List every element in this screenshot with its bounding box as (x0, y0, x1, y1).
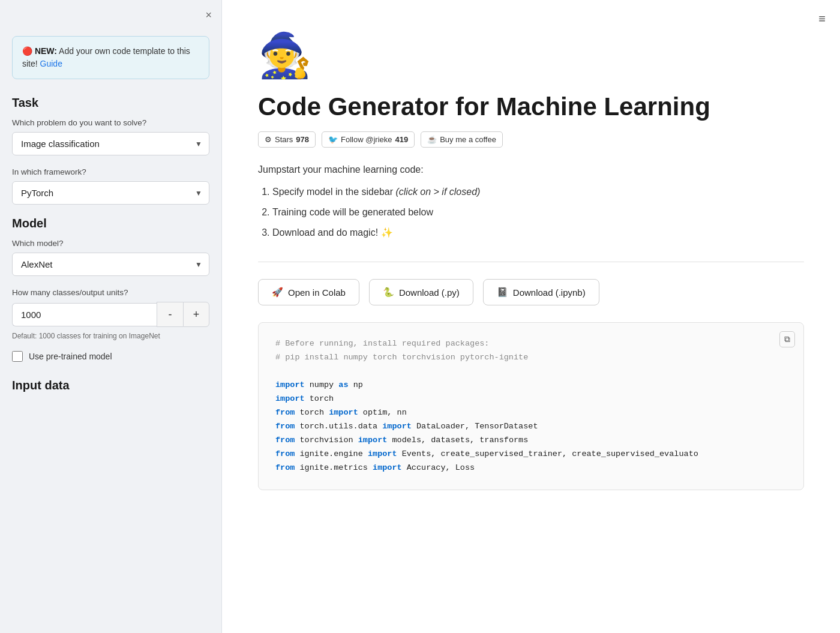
download-ipynb-label: Download (.ipynb) (513, 287, 586, 298)
step-2: Training code will be generated below (272, 205, 804, 220)
new-label: NEW: (35, 46, 57, 56)
divider (258, 262, 804, 262)
copy-button[interactable]: ⧉ (779, 331, 795, 347)
task-section: Task Which problem do you want to solve?… (12, 96, 209, 205)
close-button[interactable]: × (205, 10, 212, 20)
input-data-title: Input data (12, 379, 209, 392)
increment-button[interactable]: + (183, 302, 209, 327)
framework-select[interactable]: PyTorch TensorFlow Keras JAX (12, 181, 209, 205)
coffee-label: Buy me a coffee (440, 135, 496, 144)
problem-select[interactable]: Image classification Object detection Se… (12, 132, 209, 155)
twitter-follow-badge[interactable]: 🐦 Follow @jrieke 419 (322, 131, 415, 148)
github-stars-badge[interactable]: ⚙ Stars 978 (258, 131, 316, 148)
step-2-text: Training code will be generated below (272, 207, 433, 217)
model-section: Model Which model? AlexNet VGG ResNet De… (12, 217, 209, 362)
model-select-wrapper: AlexNet VGG ResNet DenseNet ▼ (12, 253, 209, 276)
code-line-3: from torch import optim, nn (275, 406, 787, 420)
stars-count: 978 (296, 135, 309, 144)
code-line-comment1: # Before running, install required packa… (275, 337, 787, 351)
problem-select-wrapper: Image classification Object detection Se… (12, 132, 209, 155)
follow-label: Follow @jrieke (341, 135, 392, 144)
step-1-text: Specify model in the sidebar (272, 187, 395, 197)
pretrained-row: Use pre-trained model (12, 351, 209, 362)
model-label: Which model? (12, 239, 209, 248)
code-block: ⧉ # Before running, install required pac… (258, 322, 804, 490)
action-buttons: 🚀 Open in Colab 🐍 Download (.py) 📓 Downl… (258, 279, 804, 305)
follow-count: 419 (395, 135, 409, 144)
pretrained-label: Use pre-trained model (29, 352, 112, 361)
coffee-icon: ☕ (427, 135, 437, 144)
steps-list: Specify model in the sidebar (click on >… (258, 185, 804, 240)
new-emoji: 🔴 (22, 46, 32, 56)
open-colab-label: Open in Colab (288, 287, 346, 298)
model-select[interactable]: AlexNet VGG ResNet DenseNet (12, 253, 209, 276)
step-3: Download and do magic! ✨ (272, 226, 804, 240)
page-title: Code Generator for Machine Learning (258, 93, 804, 121)
classes-input[interactable] (12, 303, 157, 326)
download-py-button[interactable]: 🐍 Download (.py) (369, 279, 473, 305)
new-banner: 🔴 NEW: Add your own code template to thi… (12, 36, 209, 79)
main-content: ≡ 🧙 Code Generator for Machine Learning … (222, 0, 840, 633)
classes-row: - + (12, 302, 209, 327)
code-line-7: from ignite.metrics import Accuracy, Los… (275, 461, 787, 475)
framework-label: In which framework? (12, 167, 209, 176)
stars-label: Stars (275, 135, 293, 144)
code-line-4: from torch.utils.data import DataLoader,… (275, 420, 787, 434)
code-line-2: import torch (275, 392, 787, 406)
download-ipynb-button[interactable]: 📓 Download (.ipynb) (483, 279, 599, 305)
download-py-label: Download (.py) (399, 287, 460, 298)
code-line-comment2: # pip install numpy torch torchvision py… (275, 351, 787, 365)
open-colab-button[interactable]: 🚀 Open in Colab (258, 279, 359, 305)
notebook-icon: 📓 (497, 287, 508, 298)
github-icon: ⚙ (265, 135, 272, 144)
framework-select-wrapper: PyTorch TensorFlow Keras JAX ▼ (12, 181, 209, 205)
guide-link[interactable]: Guide (40, 59, 62, 68)
code-line-5: from torchvision import models, datasets… (275, 434, 787, 448)
decrement-button[interactable]: - (157, 302, 183, 327)
wizard-emoji: 🧙 (258, 30, 804, 81)
code-line-6: from ignite.engine import Events, create… (275, 448, 787, 461)
task-title: Task (12, 96, 209, 110)
model-title: Model (12, 217, 209, 230)
step-3-text: Download and do magic! ✨ (272, 227, 393, 238)
step-1-italic: (click on > if closed) (395, 187, 480, 197)
classes-default-text: Default: 1000 classes for training on Im… (12, 332, 209, 340)
code-line-1: import numpy as np (275, 379, 787, 392)
input-data-section: Input data (12, 379, 209, 392)
step-1: Specify model in the sidebar (click on >… (272, 185, 804, 199)
pretrained-checkbox[interactable] (12, 351, 23, 362)
menu-icon[interactable]: ≡ (818, 12, 826, 26)
intro-text: Jumpstart your machine learning code: (258, 164, 804, 175)
code-content: # Before running, install required packa… (275, 337, 787, 475)
python-icon: 🐍 (383, 287, 394, 298)
coffee-badge[interactable]: ☕ Buy me a coffee (421, 131, 503, 148)
colab-icon: 🚀 (272, 287, 283, 298)
problem-label: Which problem do you want to solve? (12, 118, 209, 127)
sidebar: × 🔴 NEW: Add your own code template to t… (0, 0, 222, 633)
badges-row: ⚙ Stars 978 🐦 Follow @jrieke 419 ☕ Buy m… (258, 131, 804, 148)
twitter-icon: 🐦 (328, 135, 338, 144)
classes-label: How many classes/output units? (12, 288, 209, 297)
